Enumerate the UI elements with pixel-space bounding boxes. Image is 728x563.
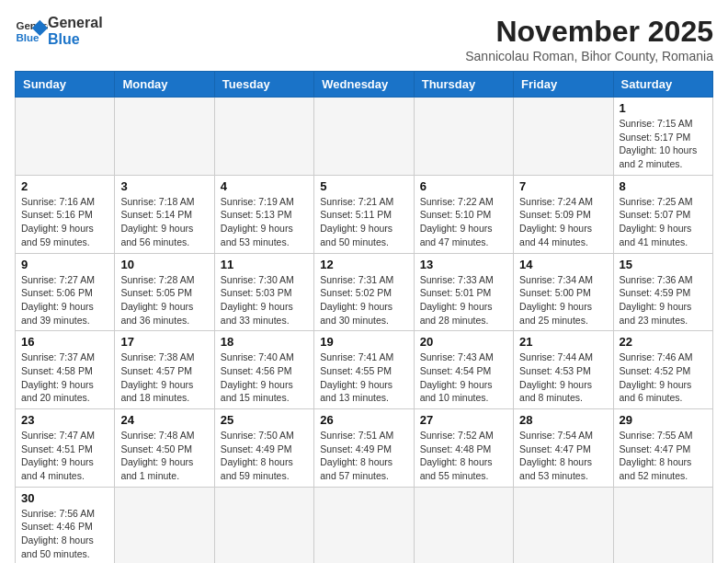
calendar-cell: 8Sunrise: 7:25 AM Sunset: 5:07 PM Daylig… (613, 175, 712, 253)
day-info: Sunrise: 7:22 AM Sunset: 5:10 PM Dayligh… (420, 195, 507, 249)
svg-text:Blue: Blue (16, 32, 40, 43)
day-number: 22 (620, 335, 707, 349)
calendar-cell: 28Sunrise: 7:54 AM Sunset: 4:47 PM Dayli… (514, 409, 613, 488)
calendar-cell: 13Sunrise: 7:33 AM Sunset: 5:01 PM Dayli… (414, 253, 513, 331)
calendar-cell: 19Sunrise: 7:41 AM Sunset: 4:55 PM Dayli… (314, 331, 414, 409)
calendar-cell: 2Sunrise: 7:16 AM Sunset: 5:16 PM Daylig… (16, 175, 115, 253)
col-header-friday: Friday (514, 72, 613, 98)
day-number: 19 (320, 335, 407, 349)
calendar-cell: 18Sunrise: 7:40 AM Sunset: 4:56 PM Dayli… (214, 331, 313, 409)
day-info: Sunrise: 7:41 AM Sunset: 4:55 PM Dayligh… (320, 350, 407, 405)
day-number: 4 (221, 179, 308, 193)
calendar-cell: 3Sunrise: 7:18 AM Sunset: 5:14 PM Daylig… (115, 175, 214, 253)
calendar-cell (414, 487, 513, 563)
calendar-week-row: 16Sunrise: 7:37 AM Sunset: 4:58 PM Dayli… (16, 331, 713, 409)
calendar-cell (115, 487, 214, 563)
calendar-cell: 25Sunrise: 7:50 AM Sunset: 4:49 PM Dayli… (214, 409, 313, 488)
logo-icon: General Blue (15, 15, 48, 48)
day-number: 11 (221, 258, 308, 271)
logo: General Blue General Blue (15, 15, 103, 48)
day-number: 24 (120, 413, 208, 427)
day-info: Sunrise: 7:30 AM Sunset: 5:03 PM Dayligh… (221, 273, 308, 327)
day-info: Sunrise: 7:27 AM Sunset: 5:06 PM Dayligh… (21, 273, 108, 327)
day-info: Sunrise: 7:48 AM Sunset: 4:50 PM Dayligh… (120, 429, 208, 483)
page-header: General Blue General Blue November 2025 … (15, 15, 713, 63)
calendar-cell: 16Sunrise: 7:37 AM Sunset: 4:58 PM Dayli… (16, 331, 115, 409)
calendar-cell: 26Sunrise: 7:51 AM Sunset: 4:49 PM Dayli… (314, 409, 414, 488)
day-number: 21 (519, 335, 607, 349)
calendar-week-row: 23Sunrise: 7:47 AM Sunset: 4:51 PM Dayli… (16, 409, 713, 488)
day-number: 14 (519, 258, 607, 271)
col-header-sunday: Sunday (16, 72, 115, 98)
day-info: Sunrise: 7:36 AM Sunset: 4:59 PM Dayligh… (620, 273, 707, 327)
day-number: 18 (221, 335, 308, 349)
day-number: 8 (620, 179, 707, 193)
calendar-table: SundayMondayTuesdayWednesdayThursdayFrid… (15, 71, 713, 563)
day-number: 6 (420, 179, 507, 193)
col-header-thursday: Thursday (414, 72, 513, 98)
calendar-cell: 6Sunrise: 7:22 AM Sunset: 5:10 PM Daylig… (414, 175, 513, 253)
day-info: Sunrise: 7:38 AM Sunset: 4:57 PM Dayligh… (120, 350, 208, 405)
calendar-cell: 10Sunrise: 7:28 AM Sunset: 5:05 PM Dayli… (115, 253, 214, 331)
day-info: Sunrise: 7:31 AM Sunset: 5:02 PM Dayligh… (320, 273, 407, 327)
calendar-cell: 29Sunrise: 7:55 AM Sunset: 4:47 PM Dayli… (613, 409, 712, 488)
calendar-cell: 14Sunrise: 7:34 AM Sunset: 5:00 PM Dayli… (514, 253, 613, 331)
calendar-week-row: 30Sunrise: 7:56 AM Sunset: 4:46 PM Dayli… (16, 487, 713, 563)
day-number: 17 (120, 335, 208, 349)
calendar-cell: 20Sunrise: 7:43 AM Sunset: 4:54 PM Dayli… (414, 331, 513, 409)
calendar-week-row: 9Sunrise: 7:27 AM Sunset: 5:06 PM Daylig… (16, 253, 713, 331)
day-info: Sunrise: 7:55 AM Sunset: 4:47 PM Dayligh… (620, 429, 707, 483)
day-info: Sunrise: 7:34 AM Sunset: 5:00 PM Dayligh… (519, 273, 607, 327)
calendar-cell: 11Sunrise: 7:30 AM Sunset: 5:03 PM Dayli… (214, 253, 313, 331)
title-area: November 2025 Sannicolau Roman, Bihor Co… (465, 15, 713, 63)
calendar-cell: 24Sunrise: 7:48 AM Sunset: 4:50 PM Dayli… (115, 409, 214, 488)
day-info: Sunrise: 7:24 AM Sunset: 5:09 PM Dayligh… (519, 195, 607, 249)
calendar-cell: 23Sunrise: 7:47 AM Sunset: 4:51 PM Dayli… (16, 409, 115, 488)
day-number: 12 (320, 258, 407, 271)
day-number: 13 (420, 258, 507, 271)
calendar-cell (414, 98, 513, 176)
logo-blue: Blue (48, 31, 103, 48)
col-header-tuesday: Tuesday (214, 72, 313, 98)
day-number: 15 (620, 258, 707, 271)
day-number: 28 (519, 413, 607, 427)
day-info: Sunrise: 7:16 AM Sunset: 5:16 PM Dayligh… (21, 195, 108, 249)
logo-general: General (48, 15, 103, 31)
col-header-saturday: Saturday (613, 72, 712, 98)
calendar-cell (115, 98, 214, 176)
day-info: Sunrise: 7:28 AM Sunset: 5:05 PM Dayligh… (120, 273, 208, 327)
day-info: Sunrise: 7:25 AM Sunset: 5:07 PM Dayligh… (620, 195, 707, 249)
day-number: 29 (620, 413, 707, 427)
day-info: Sunrise: 7:21 AM Sunset: 5:11 PM Dayligh… (320, 195, 407, 249)
day-number: 7 (519, 179, 607, 193)
day-number: 3 (120, 179, 208, 193)
day-number: 10 (120, 258, 208, 271)
day-info: Sunrise: 7:15 AM Sunset: 5:17 PM Dayligh… (620, 117, 707, 171)
calendar-cell: 22Sunrise: 7:46 AM Sunset: 4:52 PM Dayli… (613, 331, 712, 409)
calendar-cell (214, 98, 313, 176)
month-title: November 2025 (465, 15, 713, 49)
calendar-cell (16, 98, 115, 176)
calendar-cell: 5Sunrise: 7:21 AM Sunset: 5:11 PM Daylig… (314, 175, 414, 253)
day-info: Sunrise: 7:43 AM Sunset: 4:54 PM Dayligh… (420, 350, 507, 405)
calendar-cell (314, 98, 414, 176)
day-number: 25 (221, 413, 308, 427)
day-info: Sunrise: 7:19 AM Sunset: 5:13 PM Dayligh… (221, 195, 308, 249)
day-info: Sunrise: 7:37 AM Sunset: 4:58 PM Dayligh… (21, 350, 108, 405)
col-header-monday: Monday (115, 72, 214, 98)
calendar-cell (514, 487, 613, 563)
day-number: 2 (21, 179, 108, 193)
day-number: 20 (420, 335, 507, 349)
day-number: 5 (320, 179, 407, 193)
calendar-cell: 9Sunrise: 7:27 AM Sunset: 5:06 PM Daylig… (16, 253, 115, 331)
day-number: 27 (420, 413, 507, 427)
day-info: Sunrise: 7:52 AM Sunset: 4:48 PM Dayligh… (420, 429, 507, 483)
day-info: Sunrise: 7:44 AM Sunset: 4:53 PM Dayligh… (519, 350, 607, 405)
day-number: 23 (21, 413, 108, 427)
day-info: Sunrise: 7:54 AM Sunset: 4:47 PM Dayligh… (519, 429, 607, 483)
calendar-cell: 17Sunrise: 7:38 AM Sunset: 4:57 PM Dayli… (115, 331, 214, 409)
day-info: Sunrise: 7:47 AM Sunset: 4:51 PM Dayligh… (21, 429, 108, 483)
day-info: Sunrise: 7:51 AM Sunset: 4:49 PM Dayligh… (320, 429, 407, 483)
calendar-cell: 1Sunrise: 7:15 AM Sunset: 5:17 PM Daylig… (613, 98, 712, 176)
calendar-cell: 7Sunrise: 7:24 AM Sunset: 5:09 PM Daylig… (514, 175, 613, 253)
